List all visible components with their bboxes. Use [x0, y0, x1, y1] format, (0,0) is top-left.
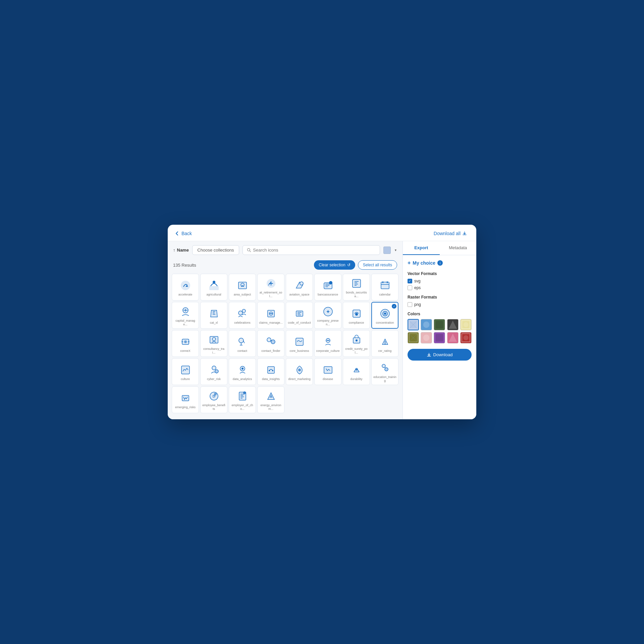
icon-cell[interactable]: ✓corporate_culture — [314, 330, 341, 357]
svg-point-63 — [243, 391, 246, 394]
icon-cell[interactable]: ✓concentration — [371, 302, 398, 329]
icon-label: concentration — [376, 321, 394, 325]
icon-cell[interactable]: ✓claims_manage... — [257, 302, 284, 329]
color-thumb[interactable] — [447, 332, 459, 343]
color-thumb[interactable] — [460, 332, 472, 343]
export-tabs: Export Metadata — [403, 241, 476, 255]
svg-point-26 — [355, 313, 358, 316]
svg-point-60 — [210, 392, 218, 400]
download-button[interactable]: Download — [408, 349, 472, 361]
select-all-button[interactable]: Select all results — [358, 260, 397, 270]
icon-cell[interactable]: ✓education_training — [371, 358, 398, 385]
icon-cell[interactable]: ✓capital_manage... — [172, 302, 199, 329]
icon-cell[interactable]: ✓calendar — [371, 274, 398, 301]
format-svg-row: ✓ svg — [408, 279, 472, 283]
icon-cell[interactable]: ✓csr_rating — [371, 330, 398, 357]
icon-image — [208, 279, 220, 291]
icon-image — [293, 364, 306, 376]
icon-cell[interactable]: ✓contact_finder — [257, 330, 284, 357]
icon-cell[interactable]: ✓durability — [343, 358, 370, 385]
download-label: Download — [433, 352, 453, 357]
svg-point-2 — [181, 281, 190, 290]
icon-image — [179, 392, 192, 404]
icon-cell[interactable]: ✓data_analytics — [229, 358, 256, 385]
download-all-button[interactable]: Download all — [434, 231, 467, 236]
icon-image — [236, 279, 249, 291]
icon-cell[interactable]: ✓compliance — [343, 302, 370, 329]
icon-label: energy_environm... — [259, 404, 283, 411]
icon-image — [265, 364, 277, 376]
icon-cell[interactable]: ✓accelerate — [172, 274, 199, 301]
format-eps-row: eps — [408, 285, 472, 290]
color-thumb[interactable] — [434, 332, 445, 343]
icon-image — [265, 390, 277, 402]
svg-point-52 — [298, 369, 301, 371]
icon-cell[interactable]: ✓energy_environm... — [257, 386, 284, 413]
icon-label: direct_marketing — [288, 377, 311, 381]
icon-image — [351, 334, 363, 346]
icon-cell[interactable]: ✓cat_xl — [200, 302, 227, 329]
results-actions: Clear selection ↺ Select all results — [314, 260, 397, 270]
sort-arrow-icon: ↑ — [173, 248, 175, 253]
color-thumb[interactable] — [421, 319, 432, 330]
raster-format-options: png — [408, 302, 472, 307]
icon-label: calendar — [379, 293, 391, 297]
icon-cell[interactable]: ✓agricultural — [200, 274, 227, 301]
icon-cell[interactable]: ✓area_subject — [229, 274, 256, 301]
icon-cell[interactable]: ✓bonds_securitisa... — [343, 274, 370, 301]
svg-checkbox[interactable]: ✓ — [408, 279, 412, 283]
tab-metadata[interactable]: Metadata — [440, 241, 477, 255]
right-panel-body: + My choice i Vector Formats ✓ svg eps — [403, 255, 476, 419]
icon-label: at_retirement_sol... — [259, 291, 283, 298]
icon-image — [179, 306, 192, 318]
color-thumb[interactable] — [408, 319, 419, 330]
icon-cell[interactable]: ✓credit_surety_pol... — [343, 330, 370, 357]
search-input[interactable] — [253, 248, 376, 253]
icon-cell[interactable]: ✓aviation_space — [286, 274, 313, 301]
back-button[interactable]: Back — [174, 231, 192, 236]
png-checkbox[interactable] — [408, 302, 412, 307]
icon-cell[interactable]: ✓celebrations — [229, 302, 256, 329]
svg-rect-15 — [387, 281, 388, 283]
clear-selection-button[interactable]: Clear selection ↺ — [314, 260, 355, 270]
color-thumb[interactable] — [434, 319, 445, 330]
color-thumb[interactable] — [408, 332, 419, 343]
icon-cell[interactable]: ✓employer_of_cho... — [229, 386, 256, 413]
icon-cell[interactable]: ✓company_presen... — [314, 302, 341, 329]
icon-cell[interactable]: ✓data_insights — [257, 358, 284, 385]
icon-label: bonds_securitisa... — [344, 291, 368, 298]
icon-cell[interactable]: ✓at_retirement_sol... — [257, 274, 284, 301]
svg-point-35 — [267, 338, 271, 342]
icon-cell[interactable]: ✓employee_benefits — [200, 386, 227, 413]
icon-cell[interactable]: ✓cyber_risk — [200, 358, 227, 385]
png-label: png — [414, 302, 421, 307]
color-filter-swatch[interactable] — [383, 247, 391, 254]
tab-export[interactable]: Export — [403, 241, 440, 255]
color-caret-icon[interactable]: ▼ — [394, 249, 397, 252]
icon-cell[interactable]: ✓emerging_risks — [172, 386, 199, 413]
sort-button[interactable]: ↑ Name — [173, 248, 189, 253]
icon-cell[interactable]: ✓direct_marketing — [286, 358, 313, 385]
icon-label: claims_manage... — [259, 321, 283, 325]
color-thumb[interactable] — [447, 319, 459, 330]
svg-line-1 — [250, 251, 251, 252]
svg-rect-70 — [436, 321, 443, 329]
color-thumb[interactable] — [421, 332, 432, 343]
icon-cell[interactable]: ✓bancassurance — [314, 274, 341, 301]
icon-cell[interactable]: ✓core_business — [286, 330, 313, 357]
icon-cell[interactable]: ✓culture — [172, 358, 199, 385]
icon-cell[interactable]: ✓code_of_conduct — [286, 302, 313, 329]
svg-point-36 — [271, 340, 275, 344]
info-icon[interactable]: i — [437, 260, 443, 266]
icon-image — [236, 364, 249, 376]
svg-point-41 — [356, 339, 358, 341]
icon-cell[interactable]: ✓consultancy_trai... — [200, 330, 227, 357]
icon-cell[interactable]: ✓conneX — [172, 330, 199, 357]
eps-checkbox[interactable] — [408, 285, 412, 290]
icon-image — [322, 279, 334, 291]
icon-cell[interactable]: ✓contact — [229, 330, 256, 357]
collections-dropdown[interactable]: Choose collections — [192, 245, 239, 255]
header: Back Download all — [168, 225, 476, 241]
color-thumb[interactable] — [460, 319, 472, 330]
icon-cell[interactable]: ✓disease — [314, 358, 341, 385]
